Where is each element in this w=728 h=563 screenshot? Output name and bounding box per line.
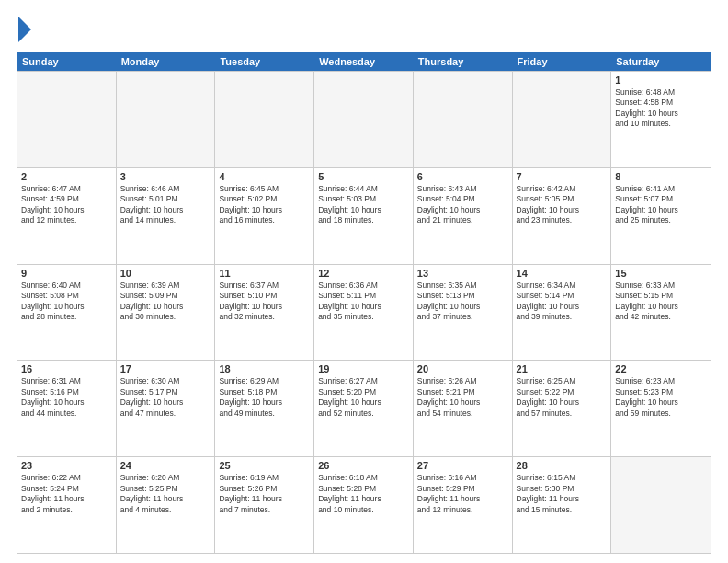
calendar-row: 16Sunrise: 6:31 AM Sunset: 5:16 PM Dayli… <box>17 360 711 456</box>
day-number: 9 <box>21 268 112 279</box>
logo <box>17 17 31 42</box>
day-info: Sunrise: 6:46 AM Sunset: 5:01 PM Dayligh… <box>120 184 211 226</box>
calendar-cell <box>513 72 612 167</box>
logo-icon <box>18 17 31 42</box>
day-info: Sunrise: 6:41 AM Sunset: 5:07 PM Dayligh… <box>615 184 707 226</box>
weekday-header: Friday <box>513 52 612 71</box>
calendar-cell: 20Sunrise: 6:26 AM Sunset: 5:21 PM Dayli… <box>414 361 513 456</box>
calendar-cell: 16Sunrise: 6:31 AM Sunset: 5:16 PM Dayli… <box>17 361 117 456</box>
day-number: 21 <box>517 363 608 374</box>
day-info: Sunrise: 6:19 AM Sunset: 5:26 PM Dayligh… <box>219 473 310 515</box>
day-number: 8 <box>615 171 707 182</box>
day-info: Sunrise: 6:16 AM Sunset: 5:29 PM Dayligh… <box>417 473 508 515</box>
calendar-cell: 27Sunrise: 6:16 AM Sunset: 5:29 PM Dayli… <box>414 457 513 553</box>
day-number: 16 <box>21 363 112 374</box>
calendar-cell: 7Sunrise: 6:42 AM Sunset: 5:05 PM Daylig… <box>513 168 612 264</box>
day-info: Sunrise: 6:45 AM Sunset: 5:02 PM Dayligh… <box>219 184 310 226</box>
day-number: 4 <box>219 171 310 182</box>
day-info: Sunrise: 6:26 AM Sunset: 5:21 PM Dayligh… <box>417 376 508 419</box>
calendar-cell: 14Sunrise: 6:34 AM Sunset: 5:14 PM Dayli… <box>513 265 612 361</box>
calendar-cell <box>17 72 117 167</box>
day-number: 7 <box>517 171 608 182</box>
calendar-cell <box>215 72 314 167</box>
calendar-cell: 22Sunrise: 6:23 AM Sunset: 5:23 PM Dayli… <box>611 361 711 456</box>
day-number: 13 <box>417 268 508 279</box>
calendar-cell: 2Sunrise: 6:47 AM Sunset: 4:59 PM Daylig… <box>17 168 117 264</box>
calendar-cell: 25Sunrise: 6:19 AM Sunset: 5:26 PM Dayli… <box>215 457 314 553</box>
calendar-cell: 19Sunrise: 6:27 AM Sunset: 5:20 PM Dayli… <box>314 361 414 456</box>
calendar-cell: 11Sunrise: 6:37 AM Sunset: 5:10 PM Dayli… <box>215 265 314 361</box>
calendar-cell: 12Sunrise: 6:36 AM Sunset: 5:11 PM Dayli… <box>314 265 414 361</box>
day-info: Sunrise: 6:33 AM Sunset: 5:15 PM Dayligh… <box>615 281 707 323</box>
calendar-cell <box>314 72 414 167</box>
calendar-cell: 15Sunrise: 6:33 AM Sunset: 5:15 PM Dayli… <box>611 265 711 361</box>
calendar-cell: 21Sunrise: 6:25 AM Sunset: 5:22 PM Dayli… <box>513 361 612 456</box>
calendar-cell <box>414 72 513 167</box>
day-info: Sunrise: 6:23 AM Sunset: 5:23 PM Dayligh… <box>615 376 707 419</box>
day-info: Sunrise: 6:42 AM Sunset: 5:05 PM Dayligh… <box>517 184 608 226</box>
day-number: 19 <box>318 363 409 374</box>
calendar-body: 1Sunrise: 6:48 AM Sunset: 4:58 PM Daylig… <box>17 71 711 553</box>
day-number: 17 <box>120 363 211 374</box>
svg-marker-0 <box>18 17 31 42</box>
day-number: 6 <box>417 171 508 182</box>
day-info: Sunrise: 6:34 AM Sunset: 5:14 PM Dayligh… <box>517 281 608 323</box>
weekday-header: Wednesday <box>314 52 414 71</box>
day-number: 5 <box>318 171 409 182</box>
day-info: Sunrise: 6:20 AM Sunset: 5:25 PM Dayligh… <box>120 473 211 515</box>
weekday-header: Saturday <box>611 52 711 71</box>
day-number: 25 <box>219 460 310 471</box>
calendar-cell: 24Sunrise: 6:20 AM Sunset: 5:25 PM Dayli… <box>117 457 216 553</box>
calendar-row: 9Sunrise: 6:40 AM Sunset: 5:08 PM Daylig… <box>17 264 711 361</box>
calendar-cell: 18Sunrise: 6:29 AM Sunset: 5:18 PM Dayli… <box>215 361 314 456</box>
calendar-cell: 10Sunrise: 6:39 AM Sunset: 5:09 PM Dayli… <box>117 265 216 361</box>
day-number: 12 <box>318 268 409 279</box>
day-info: Sunrise: 6:40 AM Sunset: 5:08 PM Dayligh… <box>21 281 112 323</box>
day-info: Sunrise: 6:47 AM Sunset: 4:59 PM Dayligh… <box>21 184 112 226</box>
calendar-cell: 4Sunrise: 6:45 AM Sunset: 5:02 PM Daylig… <box>215 168 314 264</box>
calendar-cell: 23Sunrise: 6:22 AM Sunset: 5:24 PM Dayli… <box>17 457 117 553</box>
calendar-cell: 17Sunrise: 6:30 AM Sunset: 5:17 PM Dayli… <box>117 361 216 456</box>
day-info: Sunrise: 6:43 AM Sunset: 5:04 PM Dayligh… <box>417 184 508 226</box>
day-number: 1 <box>615 75 707 86</box>
day-number: 23 <box>21 460 112 471</box>
day-info: Sunrise: 6:31 AM Sunset: 5:16 PM Dayligh… <box>21 376 112 419</box>
calendar-cell: 13Sunrise: 6:35 AM Sunset: 5:13 PM Dayli… <box>414 265 513 361</box>
header <box>17 17 711 42</box>
day-info: Sunrise: 6:30 AM Sunset: 5:17 PM Dayligh… <box>120 376 211 419</box>
calendar-cell: 26Sunrise: 6:18 AM Sunset: 5:28 PM Dayli… <box>314 457 414 553</box>
calendar: SundayMondayTuesdayWednesdayThursdayFrid… <box>17 52 711 554</box>
day-info: Sunrise: 6:37 AM Sunset: 5:10 PM Dayligh… <box>219 281 310 323</box>
day-number: 27 <box>417 460 508 471</box>
day-number: 26 <box>318 460 409 471</box>
calendar-cell: 9Sunrise: 6:40 AM Sunset: 5:08 PM Daylig… <box>17 265 117 361</box>
day-number: 24 <box>120 460 211 471</box>
day-number: 22 <box>615 363 707 374</box>
day-number: 11 <box>219 268 310 279</box>
day-number: 15 <box>615 268 707 279</box>
weekday-header: Tuesday <box>215 52 314 71</box>
weekday-header: Thursday <box>414 52 513 71</box>
day-info: Sunrise: 6:39 AM Sunset: 5:09 PM Dayligh… <box>120 281 211 323</box>
calendar-cell <box>611 457 711 553</box>
day-info: Sunrise: 6:44 AM Sunset: 5:03 PM Dayligh… <box>318 184 409 226</box>
day-info: Sunrise: 6:27 AM Sunset: 5:20 PM Dayligh… <box>318 376 409 419</box>
day-info: Sunrise: 6:29 AM Sunset: 5:18 PM Dayligh… <box>219 376 310 419</box>
day-number: 18 <box>219 363 310 374</box>
calendar-cell: 1Sunrise: 6:48 AM Sunset: 4:58 PM Daylig… <box>611 72 711 167</box>
calendar-row: 2Sunrise: 6:47 AM Sunset: 4:59 PM Daylig… <box>17 167 711 264</box>
weekday-header: Monday <box>117 52 216 71</box>
day-number: 10 <box>120 268 211 279</box>
day-info: Sunrise: 6:25 AM Sunset: 5:22 PM Dayligh… <box>517 376 608 419</box>
day-number: 20 <box>417 363 508 374</box>
calendar-row: 1Sunrise: 6:48 AM Sunset: 4:58 PM Daylig… <box>17 71 711 167</box>
calendar-cell: 5Sunrise: 6:44 AM Sunset: 5:03 PM Daylig… <box>314 168 414 264</box>
day-info: Sunrise: 6:15 AM Sunset: 5:30 PM Dayligh… <box>517 473 608 515</box>
day-number: 3 <box>120 171 211 182</box>
day-info: Sunrise: 6:48 AM Sunset: 4:58 PM Dayligh… <box>615 87 707 130</box>
day-info: Sunrise: 6:22 AM Sunset: 5:24 PM Dayligh… <box>21 473 112 515</box>
page: SundayMondayTuesdayWednesdayThursdayFrid… <box>0 0 728 563</box>
calendar-cell: 8Sunrise: 6:41 AM Sunset: 5:07 PM Daylig… <box>611 168 711 264</box>
day-info: Sunrise: 6:18 AM Sunset: 5:28 PM Dayligh… <box>318 473 409 515</box>
day-number: 2 <box>21 171 112 182</box>
